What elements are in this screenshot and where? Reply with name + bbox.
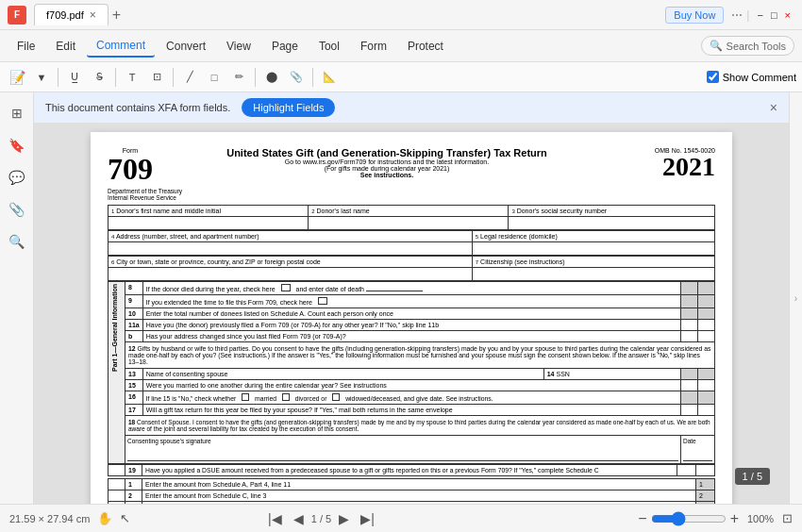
form-title: United States Gift (and Generation-Skipp…	[162, 147, 611, 158]
field2-value	[309, 217, 509, 230]
toolbar-separator-4	[255, 68, 256, 87]
toolbar-pencil[interactable]: ✏	[227, 66, 250, 89]
row15-no	[698, 380, 715, 391]
toolbar-shapes[interactable]: □	[203, 66, 226, 89]
row10-num: 10	[125, 308, 143, 320]
toolbar-measure[interactable]: 📐	[318, 66, 341, 89]
menu-bar: File Edit Comment Convert View Page Tool…	[0, 30, 802, 62]
toolbar-attach[interactable]: 📎	[285, 66, 308, 89]
toolbar-textbox[interactable]: ⊡	[145, 66, 168, 89]
row17-no	[698, 405, 715, 416]
row17-yes	[681, 405, 698, 416]
toolbar-sticky-note[interactable]: 📝	[6, 66, 28, 89]
select-tool-icon[interactable]: ↖	[120, 511, 130, 525]
form-number-block: Form 709	[108, 147, 153, 184]
toolbar-separator-5	[312, 68, 313, 87]
consent-signature-row: Consenting spouse's signature	[125, 436, 681, 464]
new-tab-button[interactable]: +	[112, 7, 121, 24]
page-dimensions: 21.59 × 27.94 cm	[9, 513, 90, 524]
show-comment-label: Show Comment	[723, 72, 796, 83]
consent-sig-label: Consenting spouse's signature	[127, 438, 678, 444]
search-tools-label: Search Tools	[727, 41, 786, 52]
row11b-yes	[681, 331, 698, 342]
sidebar-search[interactable]: 🔍	[4, 228, 30, 255]
field6-value	[109, 268, 473, 281]
sched-item1-label: Enter the amount from Schedule A, Part 4…	[142, 479, 696, 490]
buy-now-button[interactable]: Buy Now	[665, 7, 724, 24]
sidebar-attachments[interactable]: 📎	[4, 196, 30, 223]
toolbar-strikethrough[interactable]: S̶	[88, 66, 110, 89]
row12-num: 12	[128, 345, 136, 352]
dept-line1: Department of the Treasury Internal Reve…	[108, 188, 182, 201]
banner-close-icon[interactable]: ×	[770, 100, 777, 115]
close-button[interactable]: ×	[781, 9, 794, 21]
menu-protect[interactable]: Protect	[398, 36, 453, 57]
sidebar-bookmarks[interactable]: 🔖	[4, 132, 30, 158]
form-number: 709	[108, 154, 153, 184]
zoom-slider[interactable]	[651, 511, 727, 526]
form-title-block: United States Gift (and Generation-Skipp…	[153, 147, 621, 178]
prev-page-button[interactable]: ◀	[290, 509, 308, 528]
minimize-button[interactable]: −	[753, 9, 766, 21]
tab-close-icon[interactable]: ×	[90, 8, 96, 22]
row9-num: 9	[125, 295, 143, 308]
row14-text: SSN	[556, 371, 569, 377]
toolbar-separator-2	[115, 68, 116, 87]
separator: |	[746, 8, 749, 22]
menu-convert[interactable]: Convert	[157, 36, 215, 57]
row10-text: Enter the total number of donees listed …	[142, 308, 680, 320]
sched-col2	[109, 490, 125, 502]
highlight-fields-button[interactable]: Highlight Fields	[242, 98, 335, 117]
menu-edit[interactable]: Edit	[46, 36, 85, 57]
general-info-table: Part 1—General Information 8 If the dono…	[108, 281, 715, 464]
toolbar-underline[interactable]: U̲	[63, 66, 86, 89]
sidebar-comments[interactable]: 💬	[4, 164, 30, 191]
zoom-in-button[interactable]: +	[730, 510, 739, 527]
show-comment-toggle[interactable]: Show Comment	[707, 71, 796, 83]
toolbar-highlight[interactable]: ▼	[30, 66, 53, 89]
right-handle[interactable]: ›	[789, 92, 802, 504]
menu-view[interactable]: View	[217, 36, 260, 57]
fit-page-icon[interactable]: ⊡	[782, 511, 793, 525]
toolbar-text[interactable]: T	[121, 66, 143, 89]
active-tab[interactable]: f709.pdf ×	[34, 4, 109, 25]
pdf-viewer[interactable]: Form 709 United States Gift (and Generat…	[34, 123, 789, 504]
zoom-out-button[interactable]: −	[638, 510, 646, 527]
first-page-button[interactable]: |◀	[264, 509, 286, 528]
field4-value	[109, 242, 473, 256]
field1-label: Donor's first name and middle initial	[116, 208, 221, 214]
maximize-button[interactable]: □	[767, 9, 781, 21]
row18-text: 18 Consent of Spouse. I consent to have …	[125, 416, 715, 436]
menu-tool[interactable]: Tool	[309, 36, 349, 57]
sidebar-pages[interactable]: ⊞	[4, 100, 30, 126]
show-comment-checkbox[interactable]	[707, 71, 719, 83]
row10-yes	[681, 308, 698, 320]
row11a-no	[698, 320, 715, 331]
row19-table: 19 Have you applied a DSUE amount receiv…	[108, 464, 715, 476]
next-page-button[interactable]: ▶	[335, 509, 353, 528]
field6-label: City or town, state or province, country…	[116, 258, 320, 265]
menu-page[interactable]: Page	[262, 36, 308, 57]
more-options-icon[interactable]: ⋯	[731, 8, 743, 22]
toolbar-stamp[interactable]: ⬤	[260, 66, 283, 89]
row14-label: 14 SSN	[543, 369, 680, 380]
field1-num: 1	[111, 208, 114, 214]
toolbar-line[interactable]: ╱	[178, 66, 201, 89]
row15-num: 15	[125, 380, 143, 391]
row11b-no	[698, 331, 715, 342]
field7-label: Citizenship (see instructions)	[480, 258, 564, 265]
last-page-button[interactable]: ▶|	[357, 509, 378, 528]
field2-label: Donor's last name	[316, 208, 369, 214]
menu-file[interactable]: File	[8, 36, 44, 57]
row19-num: 19	[125, 465, 142, 476]
hand-tool-icon[interactable]: ✋	[97, 511, 112, 525]
field5-num: 5	[476, 234, 478, 240]
search-tools-button[interactable]: 🔍 Search Tools	[701, 36, 794, 56]
fields-table-row3: 6 City or town, state or province, count…	[108, 256, 715, 281]
status-bar: 21.59 × 27.94 cm ✋ ↖ |◀ ◀ 1 / 5 ▶ ▶| − +…	[0, 504, 802, 532]
menu-comment[interactable]: Comment	[87, 35, 155, 58]
xfa-message: This document contains XFA form fields.	[45, 102, 230, 113]
menu-form[interactable]: Form	[351, 36, 396, 57]
fields-table-row1: 1 Donor's first name and middle initial …	[108, 205, 715, 230]
row11b-text: Has your address changed since you last …	[142, 331, 680, 342]
